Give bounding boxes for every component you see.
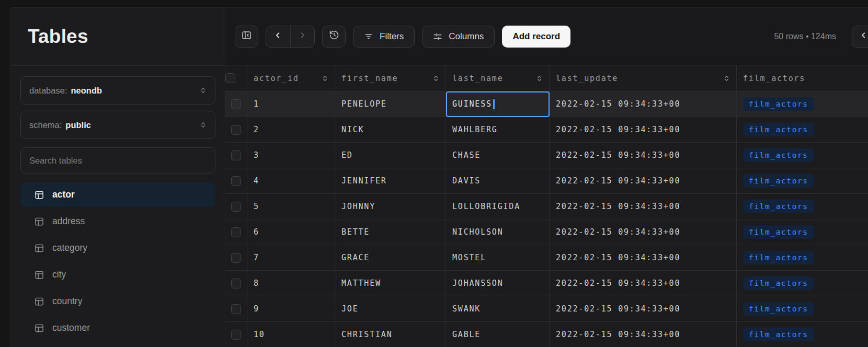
cell-last-update[interactable]: 2022-02-15 09:34:33+00 (550, 194, 737, 219)
cell-first-name[interactable]: PENELOPE (335, 91, 446, 117)
cell-last-update[interactable]: 2022-02-15 09:34:33+00 (550, 91, 737, 117)
cell-last-name[interactable]: JOHANSSON (446, 271, 550, 296)
history-button[interactable] (322, 26, 346, 48)
collapse-sidebar-button[interactable] (235, 26, 258, 48)
cell-actor-id[interactable]: 7 (247, 245, 335, 271)
cell-last-update[interactable]: 2022-02-15 09:34:33+00 (550, 245, 737, 271)
next-page-button[interactable] (291, 26, 315, 47)
checkbox-cell (225, 245, 247, 271)
cell-last-name[interactable]: MOSTEL (446, 245, 550, 271)
row-checkbox[interactable] (231, 279, 241, 288)
checkbox-cell (225, 219, 247, 245)
column-header-first-name[interactable]: first_name (335, 65, 446, 91)
cell-last-name[interactable]: SWANK (446, 296, 550, 322)
sort-icon[interactable] (432, 74, 439, 83)
collapse-right-panel-button[interactable] (852, 26, 868, 48)
checkbox-cell (225, 143, 247, 168)
cell-last-name[interactable]: GABLE (446, 322, 550, 347)
film-actors-link[interactable]: film_actors (743, 251, 814, 264)
cell-last-update[interactable]: 2022-02-15 09:34:33+00 (550, 143, 737, 168)
column-header-last-name[interactable]: last_name (446, 65, 550, 91)
cell-last-name[interactable]: WAHLBERG (446, 117, 550, 143)
film-actors-link[interactable]: film_actors (743, 174, 814, 188)
add-record-button[interactable]: Add record (502, 26, 570, 48)
row-checkbox[interactable] (231, 176, 241, 186)
cell-last-update[interactable]: 2022-02-15 09:34:33+00 (550, 271, 737, 296)
row-checkbox[interactable] (231, 304, 241, 314)
row-checkbox[interactable] (231, 151, 241, 160)
filters-button[interactable]: Filters (353, 26, 415, 48)
app-window: Tables database: neondb schema: public (0, 0, 868, 347)
sidebar-item-address[interactable]: address (20, 209, 215, 234)
cell-last-name-editing[interactable]: GUINESS (446, 91, 550, 117)
cell-actor-id[interactable]: 9 (247, 296, 335, 322)
cell-last-update[interactable]: 2022-02-15 09:34:33+00 (550, 322, 737, 347)
row-checkbox[interactable] (231, 253, 241, 263)
column-header-actor-id[interactable]: actor_id (247, 65, 335, 91)
row-checkbox[interactable] (231, 99, 241, 109)
row-checkbox[interactable] (231, 330, 241, 340)
sidebar-body: database: neondb schema: public (11, 66, 225, 340)
sidebar-item-city[interactable]: city (20, 262, 215, 287)
film-actors-link[interactable]: film_actors (743, 148, 814, 162)
film-actors-link[interactable]: film_actors (743, 225, 814, 239)
cell-actor-id[interactable]: 4 (247, 168, 335, 194)
film-actors-link[interactable]: film_actors (743, 302, 814, 316)
cell-first-name[interactable]: JOHNNY (335, 194, 446, 219)
select-all-checkbox[interactable] (225, 73, 235, 83)
sidebar-item-category[interactable]: category (20, 236, 215, 260)
cell-film-actors: film_actors (737, 271, 868, 296)
sort-icon[interactable] (536, 74, 543, 83)
cell-actor-id[interactable]: 2 (247, 117, 335, 143)
sidebar-item-country[interactable]: country (20, 289, 215, 314)
cell-actor-id[interactable]: 5 (247, 194, 335, 219)
cell-actor-id[interactable]: 3 (247, 143, 335, 168)
cell-actor-id[interactable]: 1 (247, 91, 335, 117)
film-actors-link[interactable]: film_actors (743, 328, 814, 341)
table-row: 9 JOE SWANK 2022-02-15 09:34:33+00 film_… (225, 296, 868, 322)
cell-actor-id[interactable]: 8 (247, 271, 335, 296)
row-checkbox[interactable] (231, 202, 241, 212)
database-select[interactable]: database: neondb (20, 76, 215, 105)
columns-button[interactable]: Columns (422, 26, 495, 48)
search-tables-input[interactable] (21, 156, 215, 166)
column-header-last-update[interactable]: last_update (550, 65, 737, 91)
cell-first-name[interactable]: JENNIFER (335, 168, 446, 194)
film-actors-link[interactable]: film_actors (743, 97, 814, 111)
database-select-value: neondb (71, 86, 102, 96)
cell-first-name[interactable]: MATTHEW (335, 271, 446, 296)
sidebar-item-actor[interactable]: actor (20, 182, 215, 207)
grid-header-row: actor_id first_name last_name last_updat… (225, 65, 868, 91)
cell-last-update[interactable]: 2022-02-15 09:34:33+00 (550, 296, 737, 322)
row-checkbox[interactable] (231, 227, 241, 237)
cell-actor-id[interactable]: 6 (247, 219, 335, 245)
film-actors-link[interactable]: film_actors (743, 123, 814, 136)
checkbox-cell (225, 271, 247, 296)
film-actors-link[interactable]: film_actors (743, 276, 814, 290)
page-title: Tables (28, 26, 88, 48)
cell-first-name[interactable]: NICK (335, 117, 446, 143)
cell-last-name[interactable]: NICHOLSON (446, 219, 550, 245)
cell-last-name[interactable]: LOLLOBRIGIDA (446, 194, 550, 219)
cell-last-update[interactable]: 2022-02-15 09:34:33+00 (550, 117, 737, 143)
cell-first-name[interactable]: BETTE (335, 219, 446, 245)
column-header-film-actors[interactable]: film_actors (737, 65, 868, 91)
sidebar-item-customer[interactable]: customer (20, 316, 215, 340)
sort-icon[interactable] (723, 74, 730, 83)
cell-last-update[interactable]: 2022-02-15 09:34:33+00 (550, 168, 737, 194)
film-actors-link[interactable]: film_actors (743, 200, 814, 213)
cell-last-update[interactable]: 2022-02-15 09:34:33+00 (550, 219, 737, 245)
cell-first-name[interactable]: ED (335, 143, 446, 168)
row-checkbox[interactable] (231, 125, 241, 135)
cell-actor-id[interactable]: 10 (247, 322, 335, 347)
cell-last-name[interactable]: DAVIS (446, 168, 550, 194)
sort-icon[interactable] (322, 74, 328, 83)
cell-film-actors: film_actors (737, 168, 868, 194)
cell-first-name[interactable]: GRACE (335, 245, 446, 271)
previous-page-button[interactable] (266, 26, 291, 47)
schema-select[interactable]: schema: public (20, 111, 215, 139)
cell-last-name[interactable]: CHASE (446, 143, 550, 168)
table-row: 8 MATTHEW JOHANSSON 2022-02-15 09:34:33+… (225, 271, 868, 296)
cell-first-name[interactable]: JOE (335, 296, 446, 322)
cell-first-name[interactable]: CHRISTIAN (335, 322, 446, 347)
